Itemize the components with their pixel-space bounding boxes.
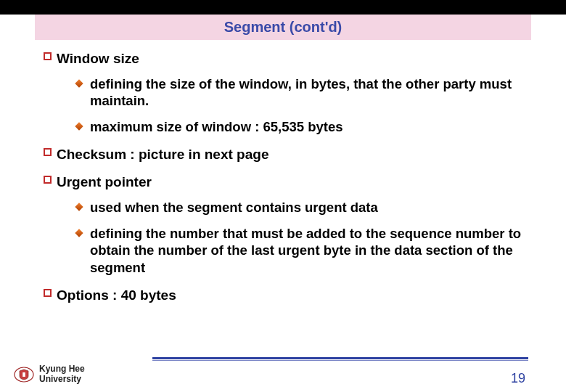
title-bar: Segment (cont'd) — [35, 15, 531, 40]
text-window-define: defining the size of the window, in byte… — [90, 75, 522, 110]
text-urgent-used: used when the segment contains urgent da… — [90, 199, 378, 216]
diamond-bullet-icon — [75, 199, 90, 210]
square-bullet-icon — [44, 173, 57, 184]
university-line2: University — [39, 375, 85, 385]
footer: Kyung Hee University 19 — [0, 351, 566, 388]
diamond-bullet-icon — [75, 75, 90, 86]
square-bullet-icon — [44, 287, 57, 297]
university-brand: Kyung Hee University — [13, 364, 85, 385]
university-crest-icon — [13, 366, 35, 383]
subbullet-urgent-define: defining the number that must be added t… — [75, 225, 522, 277]
heading-checksum: Checksum : picture in next page — [57, 146, 268, 164]
footer-divider — [152, 357, 528, 362]
bullet-urgent-pointer: Urgent pointer — [44, 173, 522, 192]
subbullet-window-max: maximum size of window : 65,535 bytes — [75, 118, 522, 136]
bullet-window-size: Window size — [44, 50, 522, 68]
university-name: Kyung Hee University — [39, 364, 85, 385]
square-bullet-icon — [44, 50, 57, 60]
square-bullet-icon — [44, 146, 57, 156]
heading-options: Options : 40 bytes — [57, 287, 176, 305]
subbullet-window-define: defining the size of the window, in byte… — [75, 75, 522, 110]
university-line1: Kyung Hee — [39, 364, 85, 375]
heading-window-size: Window size — [57, 50, 139, 68]
content-area: Window size defining the size of the win… — [0, 40, 566, 304]
subbullet-urgent-used: used when the segment contains urgent da… — [75, 199, 522, 216]
text-window-max: maximum size of window : 65,535 bytes — [90, 118, 343, 136]
slide-title: Segment (cont'd) — [224, 19, 343, 35]
svg-rect-1 — [22, 372, 25, 377]
diamond-bullet-icon — [75, 225, 90, 236]
bullet-checksum: Checksum : picture in next page — [44, 146, 522, 164]
heading-urgent-pointer: Urgent pointer — [57, 173, 152, 192]
bullet-options: Options : 40 bytes — [44, 287, 522, 305]
text-urgent-define: defining the number that must be added t… — [90, 225, 522, 277]
page-number: 19 — [511, 371, 525, 386]
top-bar — [0, 0, 566, 15]
diamond-bullet-icon — [75, 118, 90, 129]
